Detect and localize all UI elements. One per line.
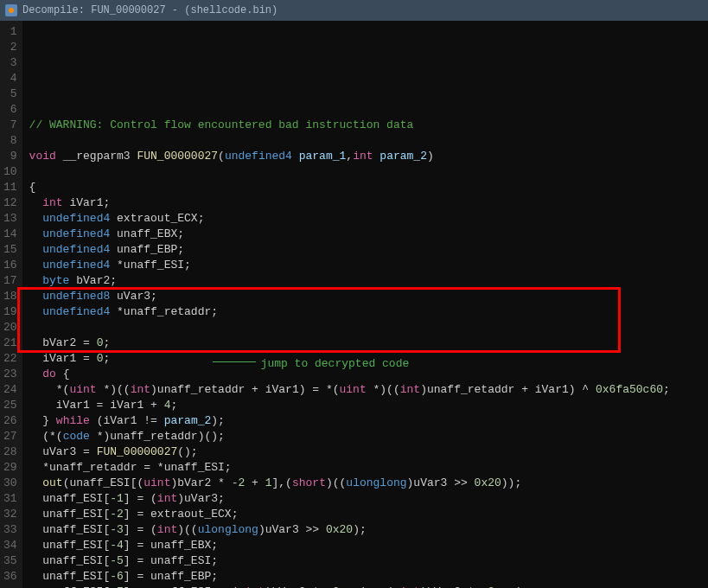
titlebar: Decompile: FUN_00000027 - (shellcode.bin… (0, 0, 708, 21)
code-line[interactable]: bVar2 = 0; (29, 336, 701, 351)
code-line[interactable]: { (29, 180, 701, 195)
line-number: 28 (3, 444, 17, 460)
code-line[interactable]: undefined4 extraout_ECX; (29, 211, 701, 227)
code-line[interactable]: *(uint *)((int)unaff_retaddr + iVar1) = … (29, 382, 701, 398)
code-line[interactable]: // WARNING: Control flow encountered bad… (29, 118, 701, 133)
line-number: 1 (3, 24, 17, 40)
line-number: 20 (3, 320, 17, 336)
line-number: 24 (3, 382, 17, 398)
line-number: 7 (3, 118, 17, 133)
code-line[interactable]: byte bVar2; (29, 273, 701, 289)
line-number: 5 (3, 86, 17, 102)
code-line[interactable]: unaff_ESI[-1] = (int)uVar3; (29, 491, 701, 507)
svg-point-0 (9, 8, 14, 13)
code-line[interactable]: undefined8 uVar3; (29, 289, 701, 304)
line-number: 10 (3, 164, 17, 180)
line-number: 6 (3, 102, 17, 118)
line-number: 30 (3, 476, 17, 491)
code-line[interactable]: unaff_ESI[-7] = unaff_ESI + (uint)bVar2 … (29, 585, 701, 588)
code-line[interactable]: void __regparm3 FUN_00000027(undefined4 … (29, 149, 701, 164)
code-line[interactable]: iVar1 = 0; (29, 351, 701, 367)
code-line[interactable]: int iVar1; (29, 195, 701, 211)
line-number: 25 (3, 398, 17, 413)
line-number: 14 (3, 227, 17, 242)
line-number: 17 (3, 273, 17, 289)
line-number: 22 (3, 351, 17, 367)
line-number: 18 (3, 289, 17, 304)
code-line[interactable]: undefined4 *unaff_ESI; (29, 258, 701, 273)
code-line[interactable]: unaff_ESI[-2] = extraout_ECX; (29, 507, 701, 522)
line-number: 13 (3, 211, 17, 227)
window-title: Decompile: FUN_00000027 - (shellcode.bin… (22, 4, 277, 16)
line-number: 26 (3, 413, 17, 429)
code-content[interactable]: jump to decrypted code // WARNING: Contr… (22, 21, 708, 588)
code-line[interactable] (29, 164, 701, 180)
line-number: 27 (3, 429, 17, 444)
line-number: 4 (3, 71, 17, 86)
code-line[interactable]: do { (29, 367, 701, 382)
code-line[interactable] (29, 320, 701, 336)
code-line[interactable]: *unaff_retaddr = *unaff_ESI; (29, 460, 701, 476)
code-line[interactable]: iVar1 = iVar1 + 4; (29, 398, 701, 413)
line-number: 21 (3, 336, 17, 351)
line-number: 23 (3, 367, 17, 382)
line-number: 34 (3, 538, 17, 553)
code-line[interactable]: unaff_ESI[-4] = unaff_EBX; (29, 538, 701, 553)
line-number: 33 (3, 522, 17, 538)
code-editor[interactable]: 1234567891011121314151617181920212223242… (0, 21, 708, 588)
code-line[interactable] (29, 133, 701, 149)
line-number: 11 (3, 180, 17, 195)
line-number: 3 (3, 55, 17, 71)
line-number: 2 (3, 40, 17, 55)
code-line[interactable]: out(unaff_ESI[(uint)bVar2 * -2 + 1],(sho… (29, 476, 701, 491)
line-gutter: 1234567891011121314151617181920212223242… (0, 21, 22, 588)
line-number: 16 (3, 258, 17, 273)
code-line[interactable]: } while (iVar1 != param_2); (29, 413, 701, 429)
line-number: 36 (3, 569, 17, 585)
code-line[interactable]: undefined4 *unaff_retaddr; (29, 304, 701, 320)
code-line[interactable] (29, 102, 701, 118)
line-number: 29 (3, 460, 17, 476)
line-number: 9 (3, 149, 17, 164)
code-line[interactable]: (*(code *)unaff_retaddr)(); (29, 429, 701, 444)
line-number: 12 (3, 195, 17, 211)
decompile-icon (5, 4, 17, 16)
code-line[interactable]: unaff_ESI[-5] = unaff_ESI; (29, 553, 701, 569)
line-number: 15 (3, 242, 17, 258)
code-line[interactable]: unaff_ESI[-6] = unaff_EBP; (29, 569, 701, 585)
line-number: 31 (3, 491, 17, 507)
line-number: 35 (3, 553, 17, 569)
code-line[interactable]: undefined4 unaff_EBP; (29, 242, 701, 258)
line-number: 32 (3, 507, 17, 522)
line-number: 8 (3, 133, 17, 149)
code-line[interactable]: undefined4 unaff_EBX; (29, 227, 701, 242)
code-line[interactable]: unaff_ESI[-3] = (int)((ulonglong)uVar3 >… (29, 522, 701, 538)
code-line[interactable]: uVar3 = FUN_00000027(); (29, 444, 701, 460)
line-number: 19 (3, 304, 17, 320)
